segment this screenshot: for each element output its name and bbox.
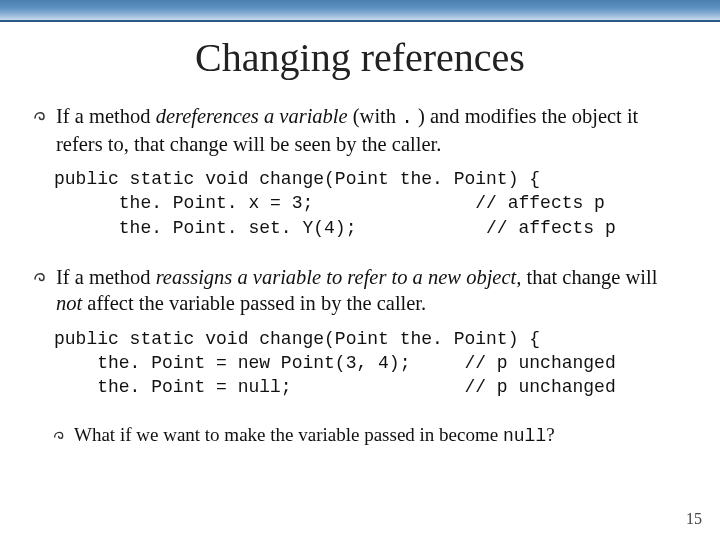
text-emphasis: not xyxy=(56,292,82,314)
slide-number: 15 xyxy=(686,510,702,528)
bullet-item-3: What if we want to make the variable pas… xyxy=(52,423,688,451)
text-emphasis: dereferences a variable xyxy=(156,105,353,127)
bullet-1-text: If a method dereferences a variable (wit… xyxy=(56,103,688,157)
text-fragment: What if we want to make the variable pas… xyxy=(74,424,503,445)
swirl-bullet-icon xyxy=(32,107,50,133)
code-block-2: public static void change(Point the. Poi… xyxy=(54,327,688,400)
code-block-1: public static void change(Point the. Poi… xyxy=(54,167,688,240)
bullet-2-text: If a method reassigns a variable to refe… xyxy=(56,264,688,316)
inline-code: null xyxy=(503,426,546,446)
text-fragment: If a method xyxy=(56,105,156,127)
bullet-3-text: What if we want to make the variable pas… xyxy=(74,423,688,448)
swirl-bullet-icon xyxy=(32,268,50,294)
text-fragment: that change will xyxy=(521,266,657,288)
text-fragment: ? xyxy=(546,424,554,445)
text-emphasis: reassigns a variable to refer to a new o… xyxy=(156,266,522,288)
slide-content: Changing references If a method derefere… xyxy=(0,22,720,452)
dot-operator: . xyxy=(401,107,413,129)
text-fragment: affect the variable passed in by the cal… xyxy=(82,292,426,314)
bullet-item-1: If a method dereferences a variable (wit… xyxy=(32,103,688,157)
swirl-bullet-icon xyxy=(52,427,68,451)
slide-title: Changing references xyxy=(32,34,688,81)
text-fragment: If a method xyxy=(56,266,156,288)
slide-top-accent xyxy=(0,0,720,22)
text-fragment: (with xyxy=(353,105,401,127)
bullet-item-2: If a method reassigns a variable to refe… xyxy=(32,264,688,316)
